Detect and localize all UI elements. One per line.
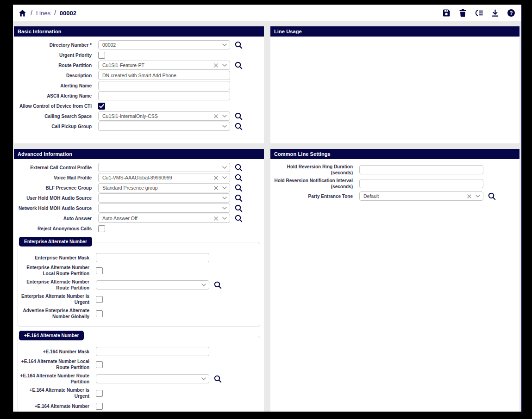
form-row: Advertise Enterprise Alternate Number Gl… [20, 308, 256, 320]
e-164-alternate-number-checkbox[interactable] [96, 403, 103, 410]
blf-presence-group-dropdown[interactable]: Standard Presence group [98, 183, 230, 192]
field-label: ASCII Alerting Name [17, 93, 92, 99]
party-entrance-tone-lookup-button[interactable] [488, 192, 496, 200]
save-button[interactable] [442, 8, 451, 18]
blf-presence-group-lookup-button[interactable] [235, 184, 243, 192]
external-call-control-profile-lookup-button[interactable] [235, 164, 243, 172]
calling-search-space-lookup-button[interactable] [235, 112, 243, 120]
calling-search-space-dropdown[interactable]: Cu1Si1-InternalOnly-CSS [98, 111, 230, 121]
check-icon [99, 104, 104, 108]
chevron-down-icon [222, 186, 227, 189]
search-icon [214, 375, 222, 383]
field-label: External Call Control Profile [17, 165, 92, 171]
enterprise-alternate-number-group: Enterprise Alternate Number Enterprise N… [18, 242, 260, 327]
e-164-alternate-number-local-route-partition-checkbox[interactable] [96, 361, 103, 368]
ascii-alerting-name-input[interactable] [98, 91, 230, 100]
clear-selection-button[interactable] [214, 176, 218, 180]
external-call-control-profile-dropdown[interactable] [98, 163, 230, 172]
e164-alternate-number-group: +E.164 Alternate Number +E.164 Number Ma… [18, 336, 260, 412]
form-row: +E.164 Alternate Number [20, 401, 256, 411]
chevron-down-icon [222, 197, 227, 199]
chevron-down-icon [222, 43, 227, 46]
related-links-button[interactable] [474, 8, 483, 18]
clear-selection-button[interactable] [214, 216, 218, 221]
clear-x-icon [214, 216, 218, 221]
auto-answer-dropdown[interactable]: Auto Answer Off [98, 214, 230, 223]
field-label: Hold Reversion Ring Duration (seconds) [273, 164, 353, 176]
form-row: Allow Control of Device from CTI [17, 101, 261, 111]
clear-x-icon [467, 194, 471, 198]
trash-icon [459, 9, 467, 17]
auto-answer-lookup-button[interactable] [235, 215, 243, 222]
field-label: Enterprise Number Mask [20, 255, 89, 261]
dropdown-value: Auto Answer Off [102, 216, 214, 221]
allow-control-of-device-from-cti-checkbox[interactable] [98, 103, 105, 110]
chevron-down-icon [476, 195, 480, 197]
dropdown-value: Cu1Si1-InternalOnly-CSS [102, 113, 214, 119]
breadcrumb: / Lines / 00002 [18, 8, 76, 18]
field-label: User Hold MOH Audio Source [17, 195, 92, 201]
e-164-alternate-number-route-partition-lookup-button[interactable] [214, 375, 222, 383]
clear-selection-button[interactable] [214, 114, 218, 118]
breadcrumb-item-lines[interactable]: Lines [36, 10, 50, 17]
e-164-alternate-number-route-partition-dropdown[interactable] [96, 374, 209, 383]
call-pickup-group-dropdown[interactable] [98, 122, 230, 131]
form-row: Call Pickup Group [17, 122, 261, 131]
field-label: Calling Search Space [17, 113, 92, 119]
field-label: Hold Reversion Notification Interval (se… [273, 178, 353, 190]
dropdown-value: Standard Presence group [102, 185, 214, 191]
clear-x-icon [214, 63, 218, 68]
field-label: Advertise Enterprise Alternate Number Gl… [20, 308, 89, 320]
section-title-advanced-information: Advanced Information [14, 149, 264, 159]
field-label: Network Hold MOH Audio Source [17, 205, 92, 211]
enterprise-number-mask-input[interactable] [96, 253, 209, 262]
alerting-name-input[interactable] [98, 81, 230, 90]
advertise-enterprise-alternate-number-globally-checkbox[interactable] [96, 310, 103, 317]
field-label: Urgent Priority [17, 52, 92, 58]
help-button[interactable]: ? [507, 8, 516, 18]
field-label: +E.164 Alternate Number is Urgent [20, 387, 89, 399]
clear-selection-button[interactable] [467, 194, 471, 198]
hold-reversion-notification-interval-seconds-input[interactable] [359, 179, 483, 188]
chevron-down-icon [222, 217, 227, 220]
svg-text:?: ? [510, 10, 513, 16]
download-button[interactable] [490, 8, 500, 18]
download-icon [491, 9, 499, 17]
e-164-number-mask-input[interactable] [96, 347, 209, 356]
user-hold-moh-audio-source-dropdown[interactable] [98, 193, 230, 203]
form-row: Urgent Priority [17, 50, 261, 60]
enterprise-alternate-number-is-urgent-checkbox[interactable] [96, 296, 103, 303]
form-row: Auto AnswerAuto Answer Off [17, 214, 261, 223]
e-164-alternate-number-is-urgent-checkbox[interactable] [96, 390, 103, 397]
clear-selection-button[interactable] [214, 63, 218, 68]
directory-number-lookup-button[interactable] [235, 41, 243, 49]
directory-number-dropdown[interactable]: 00002 [98, 40, 230, 49]
field-label: +E.164 Alternate Number [20, 403, 89, 409]
voice-mail-profile-lookup-button[interactable] [235, 174, 243, 182]
party-entrance-tone-dropdown[interactable]: Default [359, 191, 483, 201]
network-hold-moh-audio-source-dropdown[interactable] [98, 203, 230, 213]
network-hold-moh-audio-source-lookup-button[interactable] [235, 204, 243, 212]
home-icon[interactable] [18, 8, 27, 18]
hold-reversion-ring-duration-seconds-input[interactable] [359, 165, 483, 174]
description-input[interactable] [98, 71, 230, 80]
enterprise-alternate-number-route-partition-dropdown[interactable] [96, 280, 209, 290]
urgent-priority-checkbox[interactable] [98, 52, 105, 59]
search-icon [235, 123, 243, 130]
breadcrumb-bar: / Lines / 00002 [13, 5, 521, 21]
form-row: Enterprise Alternate Number is Urgent [20, 293, 256, 305]
route-partition-dropdown[interactable]: Cu1Si1-Feature-PT [98, 61, 230, 70]
form-row: Route PartitionCu1Si1-Feature-PT [17, 61, 261, 70]
call-pickup-group-lookup-button[interactable] [235, 123, 243, 130]
reject-anonymous-calls-checkbox[interactable] [98, 225, 105, 232]
delete-button[interactable] [458, 8, 467, 18]
enterprise-alternate-number-route-partition-lookup-button[interactable] [214, 281, 222, 289]
route-partition-lookup-button[interactable] [235, 62, 243, 69]
voice-mail-profile-dropdown[interactable]: Cu1-VMS-AAAGlobal-89990999 [98, 173, 230, 182]
common-line-settings-section: Common Line Settings Hold Reversion Ring… [270, 149, 519, 412]
form-row: +E.164 Number Mask [20, 347, 256, 356]
clear-selection-button[interactable] [214, 186, 218, 190]
breadcrumb-item-current: 00002 [60, 10, 76, 17]
enterprise-alternate-number-local-route-partition-checkbox[interactable] [96, 267, 103, 274]
user-hold-moh-audio-source-lookup-button[interactable] [235, 194, 243, 202]
